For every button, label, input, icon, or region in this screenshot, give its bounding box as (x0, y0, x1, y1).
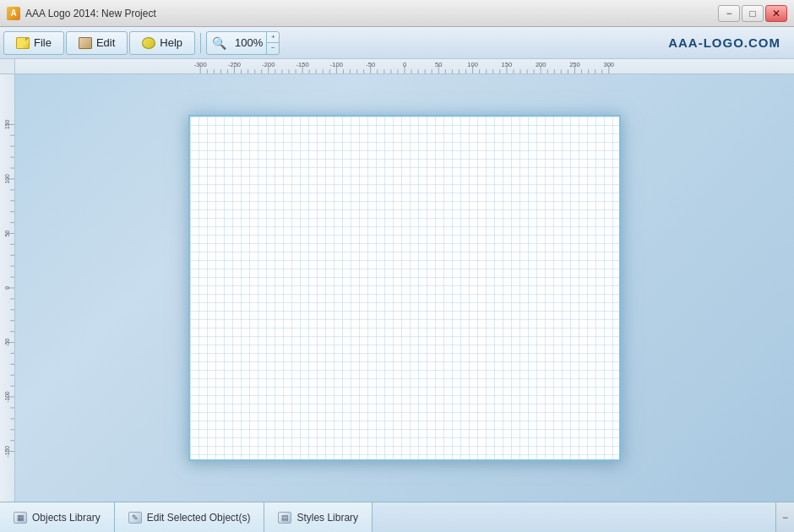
window-title: AAA Logo 2014: New Project (25, 8, 156, 19)
canvas-area[interactable] (15, 74, 794, 502)
edit-button[interactable]: Edit (66, 31, 128, 55)
app-icon: A (7, 7, 20, 20)
bottom-panel: ▦ Objects Library ✎ Edit Selected Object… (0, 502, 794, 532)
ruler-top: .tick-label { font-size: 8px; fill: #556… (15, 59, 794, 74)
panel-collapse-button[interactable]: − (775, 502, 794, 532)
svg-text:0: 0 (4, 286, 10, 290)
file-icon (16, 37, 30, 49)
minimize-button[interactable]: − (718, 5, 740, 22)
help-icon (142, 37, 155, 49)
edit-selected-icon: ✎ (128, 512, 142, 524)
ruler-left-svg: 150100500-50-100-150 (0, 74, 14, 502)
toolbar: File Edit Help 🔍 100% + − AAA-LOGO.COM (0, 27, 794, 59)
svg-text:150: 150 (4, 120, 10, 129)
svg-text:-100: -100 (330, 61, 343, 68)
svg-text:300: 300 (603, 61, 614, 68)
zoom-arrows: + − (266, 32, 279, 54)
svg-text:-100: -100 (4, 391, 10, 403)
styles-library-icon: ▤ (278, 512, 291, 524)
design-canvas[interactable] (188, 115, 621, 461)
window-controls: − □ ✕ (718, 5, 787, 22)
zoom-value: 100% (231, 36, 266, 49)
zoom-up-button[interactable]: + (267, 32, 279, 43)
ruler-corner (0, 59, 15, 74)
ruler-top-svg: .tick-label { font-size: 8px; fill: #556… (15, 59, 794, 73)
edit-selected-tab[interactable]: ✎ Edit Selected Object(s) (115, 502, 265, 532)
canvas-wrapper: .tick-label { font-size: 8px; fill: #556… (0, 59, 794, 502)
svg-text:-200: -200 (262, 61, 275, 68)
file-button[interactable]: File (3, 31, 64, 55)
close-button[interactable]: ✕ (765, 5, 787, 22)
svg-text:-250: -250 (228, 61, 241, 68)
maximize-button[interactable]: □ (742, 5, 764, 22)
ruler-left: 150100500-50-100-150 (0, 74, 15, 502)
edit-icon (79, 37, 92, 49)
zoom-down-button[interactable]: − (267, 42, 279, 54)
svg-text:200: 200 (536, 61, 547, 68)
objects-library-tab[interactable]: ▦ Objects Library (0, 502, 115, 532)
svg-text:150: 150 (502, 61, 513, 68)
objects-library-label: Objects Library (32, 512, 101, 524)
svg-text:250: 250 (569, 61, 580, 68)
edit-selected-label: Edit Selected Object(s) (147, 512, 251, 524)
title-bar-left: A AAA Logo 2014: New Project (7, 7, 156, 20)
title-bar: A AAA Logo 2014: New Project − □ ✕ (0, 0, 794, 27)
svg-text:-300: -300 (194, 61, 207, 68)
svg-text:50: 50 (435, 61, 442, 68)
styles-library-tab[interactable]: ▤ Styles Library (264, 502, 373, 532)
zoom-icon: 🔍 (207, 36, 231, 50)
svg-text:50: 50 (4, 230, 10, 236)
zoom-control: 🔍 100% + − (206, 31, 280, 55)
svg-text:-150: -150 (4, 446, 10, 458)
svg-text:0: 0 (403, 61, 406, 68)
svg-text:-50: -50 (4, 338, 10, 346)
svg-text:100: 100 (467, 61, 478, 68)
toolbar-separator (200, 33, 201, 53)
brand-text: AAA-LOGO.COM (668, 35, 791, 50)
styles-library-label: Styles Library (296, 512, 358, 524)
objects-library-icon: ▦ (14, 512, 27, 524)
svg-text:100: 100 (4, 174, 10, 183)
help-button[interactable]: Help (129, 31, 195, 55)
svg-text:-150: -150 (296, 61, 309, 68)
svg-text:-50: -50 (366, 61, 375, 68)
